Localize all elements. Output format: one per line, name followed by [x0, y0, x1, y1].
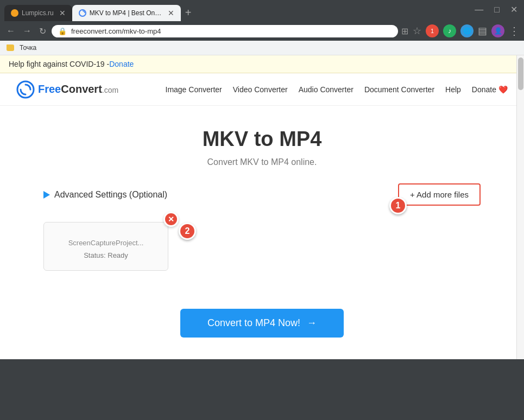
nav-audio-converter[interactable]: Audio Converter [299, 85, 353, 94]
annotation-badge-2: 2 [179, 222, 196, 240]
file-remove-button[interactable]: ✕ [163, 212, 179, 227]
main-page-body: MKV to MP4 Convert MKV to MP4 online. Ad… [0, 106, 524, 359]
convert-section: Convert to MP4 Now! → [43, 309, 481, 338]
convert-arrow-icon: → [307, 317, 317, 329]
covid-banner: Help fight against COVID-19 - Donate [0, 55, 524, 73]
nav-help[interactable]: Help [445, 85, 461, 94]
bookmark-folder-icon [7, 44, 14, 51]
nav-donate[interactable]: Donate ❤️ [472, 85, 508, 94]
advanced-settings-toggle[interactable]: Advanced Settings (Optional) [43, 190, 167, 200]
annotation-badge-1: 1 [389, 197, 407, 214]
bookmark-bar: Точка [0, 41, 524, 55]
green-extension-icon[interactable]: ♪ [443, 24, 456, 37]
triangle-icon [43, 191, 50, 199]
toolbar-icons: ⊞ ☆ 1 ♪ 🌐 ▤ 👤 ⋮ [401, 24, 520, 37]
forward-button[interactable]: → [21, 25, 34, 37]
covid-text: Help fight against COVID-19 - [9, 60, 109, 68]
nav-image-converter[interactable]: Image Converter [166, 85, 222, 94]
tab-close-lumpics[interactable]: ✕ [59, 9, 66, 17]
logo-text: FreeConvert.com [38, 83, 118, 96]
donate-link[interactable]: Donate [109, 60, 134, 68]
back-button[interactable]: ← [4, 25, 17, 37]
logo-domain: .com [102, 86, 118, 94]
profile-symbol: 👤 [494, 27, 502, 35]
cast-icon[interactable]: ▤ [478, 25, 487, 37]
files-area: ScreenCaptureProject... Status: Ready ✕ … [43, 217, 481, 282]
bookmark-item-tochka[interactable]: Точка [17, 43, 39, 53]
translate-icon[interactable]: ⊞ [401, 26, 408, 36]
logo-free: Free [38, 83, 61, 95]
tab-label-freeconvert: MKV to MP4 | Best Online MKV t... [90, 9, 162, 17]
logo-convert: Convert [61, 83, 102, 95]
tab-close-freeconvert[interactable]: ✕ [168, 9, 174, 17]
menu-icon[interactable]: ⋮ [509, 24, 520, 37]
convert-button-label: Convert to MP4 Now! [207, 317, 300, 329]
tab-favicon-freeconvert [79, 9, 86, 17]
restore-button[interactable]: □ [494, 5, 500, 15]
add-more-files-button[interactable]: + Add more files [398, 183, 481, 206]
site-nav: FreeConvert.com Image Converter Video Co… [0, 73, 524, 106]
url-text: freeconvert.com/mkv-to-mp4 [71, 27, 161, 35]
lock-icon: 🔒 [58, 27, 67, 35]
globe-symbol: 🌐 [463, 27, 471, 35]
file-name: ScreenCaptureProject... [68, 239, 144, 247]
advanced-settings-label: Advanced Settings (Optional) [54, 190, 167, 200]
tab-lumpics[interactable]: Lumpics.ru ✕ [4, 5, 72, 21]
url-bar[interactable]: 🔒 freeconvert.com/mkv-to-mp4 [52, 25, 398, 37]
site-logo[interactable]: FreeConvert.com [16, 80, 118, 99]
tab-label-lumpics: Lumpics.ru [22, 9, 54, 17]
profile-icon[interactable]: 👤 [491, 24, 504, 37]
page-content-area: Help fight against COVID-19 - Donate Fre… [0, 55, 524, 359]
add-more-files-container: + Add more files 1 [398, 183, 481, 206]
nav-document-converter[interactable]: Document Converter [364, 85, 434, 94]
address-bar-row: ← → ↻ 🔒 freeconvert.com/mkv-to-mp4 ⊞ ☆ 1… [0, 21, 524, 41]
green-icon-symbol: ♪ [448, 27, 451, 35]
page-subtitle: Convert MKV to MP4 online. [43, 157, 481, 167]
convert-button[interactable]: Convert to MP4 Now! → [180, 309, 344, 338]
close-button[interactable]: ✕ [510, 4, 517, 15]
file-status: Status: Ready [84, 251, 128, 259]
tab-favicon-lumpics [11, 9, 18, 17]
extension-badge-icon[interactable]: 1 [426, 24, 439, 37]
file-card: ScreenCaptureProject... Status: Ready ✕ … [43, 222, 168, 271]
globe-icon[interactable]: 🌐 [460, 24, 474, 37]
nav-links: Image Converter Video Converter Audio Co… [166, 85, 508, 94]
settings-actions-row: Advanced Settings (Optional) + Add more … [43, 183, 481, 217]
main-scrollbar[interactable] [516, 55, 524, 359]
star-icon[interactable]: ☆ [413, 25, 421, 37]
window-controls: — □ ✕ [475, 4, 517, 15]
minimize-button[interactable]: — [475, 5, 483, 15]
heart-icon: ❤️ [498, 85, 508, 94]
nav-video-converter[interactable]: Video Converter [233, 85, 288, 94]
logo-icon [16, 80, 35, 99]
main-scrollbar-thumb[interactable] [518, 58, 523, 90]
nav-donate-label: Donate [472, 85, 496, 94]
badge-count: 1 [431, 28, 434, 34]
refresh-button[interactable]: ↻ [37, 25, 48, 37]
page-title: MKV to MP4 [43, 128, 481, 151]
new-tab-button[interactable]: + [181, 4, 196, 21]
tab-freeconvert[interactable]: MKV to MP4 | Best Online MKV t... ✕ [72, 5, 181, 21]
tab-bar: Lumpics.ru ✕ MKV to MP4 | Best Online MK… [0, 0, 524, 21]
